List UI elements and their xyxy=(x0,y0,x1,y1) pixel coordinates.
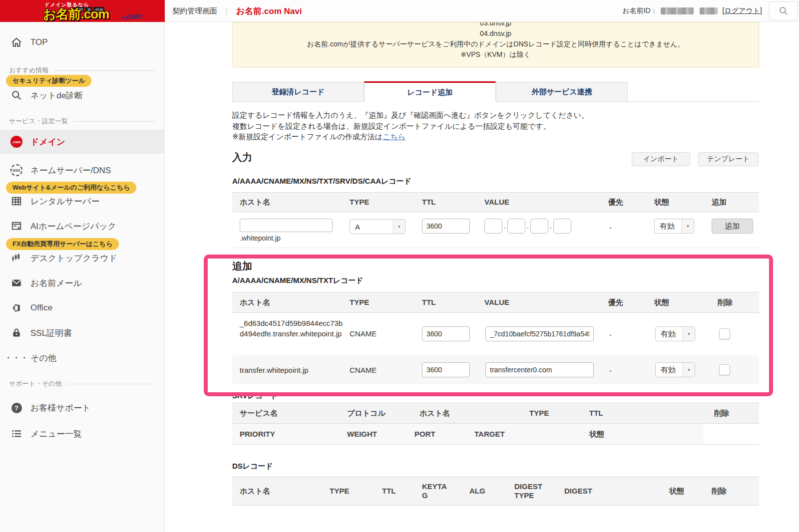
sidebar-item-label: ネームサーバー/DNS xyxy=(30,165,111,176)
col-status: 状態 xyxy=(669,477,684,505)
col-status: 状態 xyxy=(589,424,604,444)
ip-octet-2[interactable] xyxy=(507,219,525,234)
server-grid-icon xyxy=(10,196,23,207)
col-delete: 削除 xyxy=(718,292,733,312)
ip-octet-4[interactable] xyxy=(553,219,571,234)
sidebar-section-recommend: おすすめ情報 xyxy=(9,66,155,75)
col-alg: ALG xyxy=(469,477,485,505)
row-priority: - xyxy=(609,366,612,375)
sidebar-item-top[interactable]: TOP xyxy=(0,34,165,51)
kochira-link[interactable]: こちら xyxy=(383,132,405,141)
sidebar-item-net-diagnosis[interactable]: ネットde診断 xyxy=(0,87,165,104)
status-select[interactable]: 有効▼ xyxy=(655,362,695,377)
type-select[interactable]: A▼ xyxy=(350,219,405,234)
col-digest-type: DIGEST TYPE xyxy=(514,477,545,505)
col-protocol: プロトコル xyxy=(347,403,386,423)
logout-link[interactable]: [ログアウト] xyxy=(723,6,762,15)
col-priority: 優先 xyxy=(608,292,623,312)
input-row: .whitepoint.jp A▼ ... - 有効▼ 追加 xyxy=(232,212,759,248)
account-area: お名前ID： [ログアウト] xyxy=(622,0,762,22)
sidebar-badge-fx[interactable]: FX自動売買専用サーバーはこちら xyxy=(6,238,119,250)
sidebar-item-label: Office xyxy=(30,303,52,313)
sidebar-item-label: お客様サポート xyxy=(30,402,91,414)
sidebar-item-onamae-mail[interactable]: お名前メール xyxy=(0,274,165,291)
input-heading: 入力 xyxy=(232,151,252,164)
row-host: _6d63dc4517d59b9844ecc73bd494edfe.transf… xyxy=(240,318,344,339)
tab-add-record[interactable]: レコード追加 xyxy=(364,81,496,102)
host-input[interactable] xyxy=(240,219,333,232)
navi-brand-link[interactable]: お名前.com Navi xyxy=(236,5,302,17)
col-value: VALUE xyxy=(484,193,509,212)
col-ttl: TTL xyxy=(422,292,436,312)
sidebar-badge-security[interactable]: セキュリティ診断ツール xyxy=(6,75,91,87)
template-button[interactable]: テンプレート xyxy=(698,152,759,166)
col-status: 状態 xyxy=(654,193,669,212)
notice-line-2: 04.dnsv.jp xyxy=(233,28,759,39)
status-select[interactable]: 有効▼ xyxy=(654,219,694,234)
sidebar-item-nameserver-dns[interactable]: DNS ネームサーバー/DNS xyxy=(0,162,165,179)
ellipsis-icon: ・・・ xyxy=(10,353,23,363)
dns-notice-box: 03.dnsv.jp 04.dnsv.jp お名前.comが提供するサーバーサー… xyxy=(232,22,759,67)
col-host: ホスト名 xyxy=(419,403,450,423)
sidebar-item-menu-list[interactable]: メニュー一覧 xyxy=(0,425,165,442)
sidebar-item-other[interactable]: ・・・ その他 xyxy=(0,349,165,366)
col-status: 状態 xyxy=(654,292,669,312)
sidebar-item-office[interactable]: Office xyxy=(0,299,165,316)
srv-header-row-1: サービス名 プロトコル ホスト名 TYPE TTL 削除 xyxy=(232,403,759,424)
ds-record-table: ホスト名 TYPE TTL KEYTAG ALG DIGEST TYPE DIG… xyxy=(232,477,759,506)
instruction-line-1: 設定するレコード情報を入力のうえ、『追加』及び『確認画面へ進む』ボタンをクリック… xyxy=(232,110,589,121)
logo-brand-text: お名前.com xyxy=(43,5,109,22)
ttl-input[interactable] xyxy=(422,362,470,377)
col-host: ホスト名 xyxy=(240,193,270,212)
col-port: PORT xyxy=(414,424,435,444)
sidebar-item-customer-support[interactable]: ? お客様サポート xyxy=(0,399,165,416)
ip-value-group: ... xyxy=(484,219,571,234)
instruction-line-2: 複数レコードを設定される場合は、新規設定インポートファイルによる一括設定も可能で… xyxy=(232,121,589,132)
row-type: CNAME xyxy=(350,366,377,374)
added-heading: 追加 xyxy=(232,260,252,273)
row-host: transfer.whitepoint.jp xyxy=(240,366,309,374)
ip-octet-3[interactable] xyxy=(530,219,548,234)
sidebar-item-domain[interactable]: .com ドメイン xyxy=(0,130,165,154)
tab-external-services[interactable]: 外部サービス連携 xyxy=(496,82,628,102)
delete-checkbox[interactable] xyxy=(719,328,730,339)
ip-octet-1[interactable] xyxy=(484,219,502,234)
ds-header-row: ホスト名 TYPE TTL KEYTAG ALG DIGEST TYPE DIG… xyxy=(232,477,759,506)
ai-window-icon: AI xyxy=(10,221,23,232)
ttl-input[interactable] xyxy=(422,219,470,234)
onamae-logo[interactable]: ドメイン取るなら .com .jp .co.jp お名前.com byGMO xyxy=(0,0,165,22)
sidebar-item-label: レンタルサーバー xyxy=(30,196,99,207)
contract-admin-link[interactable]: 契約管理画面 xyxy=(172,6,217,16)
sidebar-item-desktop-cloud[interactable]: デスクトップクラウド xyxy=(0,250,165,266)
search-button[interactable] xyxy=(769,1,798,20)
sidebar-item-label: ネットde診断 xyxy=(30,90,83,101)
ds-heading: DSレコード xyxy=(232,462,273,471)
instructions: 設定するレコード情報を入力のうえ、『追加』及び『確認画面へ進む』ボタンをクリック… xyxy=(232,110,589,142)
status-select[interactable]: 有効▼ xyxy=(655,326,695,341)
col-add: 追加 xyxy=(712,193,727,212)
nav-separator: ｜ xyxy=(223,6,230,15)
sidebar-item-ssl[interactable]: SSL証明書 xyxy=(0,324,165,341)
value-input[interactable] xyxy=(485,326,594,341)
chevron-down-icon: ▼ xyxy=(682,219,694,233)
sidebar-section-services: サービス・設定一覧 xyxy=(9,117,155,126)
header-nav: 契約管理画面 ｜ お名前.com Navi xyxy=(172,0,302,22)
sidebar-item-ai-homepage[interactable]: AI AIホームページパック xyxy=(0,218,165,235)
import-button[interactable]: インポート xyxy=(632,152,690,166)
account-id-redacted-2 xyxy=(700,7,718,14)
col-service: サービス名 xyxy=(240,403,278,423)
tab-registered-records[interactable]: 登録済レコード xyxy=(232,82,364,102)
add-record-button[interactable]: 追加 xyxy=(712,219,753,234)
sidebar-badge-web[interactable]: Webサイト&メールのご利用ならこちら xyxy=(6,182,136,194)
home-icon xyxy=(10,37,23,48)
value-input[interactable] xyxy=(485,362,594,377)
row-type: CNAME xyxy=(350,329,377,338)
delete-checkbox[interactable] xyxy=(719,364,730,375)
sidebar-item-rental-server[interactable]: レンタルサーバー xyxy=(0,193,165,210)
col-value: VALUE xyxy=(484,292,509,312)
ttl-input[interactable] xyxy=(422,326,470,341)
col-ttl: TTL xyxy=(422,193,436,212)
col-host: ホスト名 xyxy=(240,292,270,312)
magnifier-icon xyxy=(10,90,23,101)
host-suffix: .whitepoint.jp xyxy=(240,234,281,242)
